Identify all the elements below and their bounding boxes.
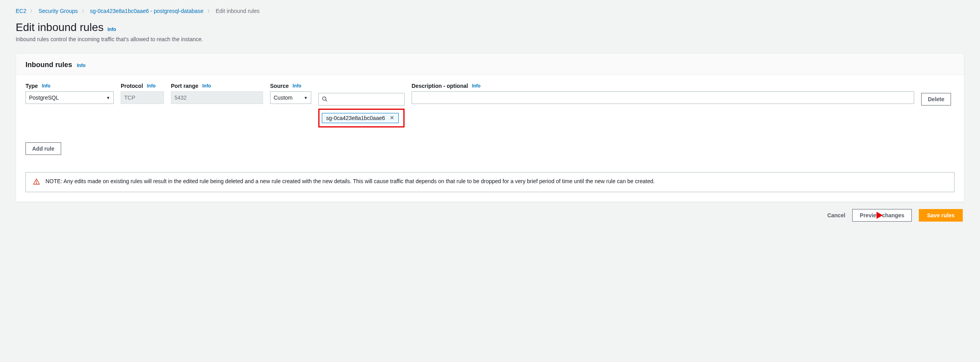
protocol-label: Protocol — [121, 83, 143, 89]
panel-info-link[interactable]: Info — [77, 63, 85, 68]
type-label: Type — [25, 83, 38, 89]
col-description: Description - optional Info — [412, 83, 914, 104]
type-value: PostgreSQL — [29, 95, 59, 101]
source-sg-tag: sg-0ca423e8a1bc0aae6 — [322, 113, 399, 123]
page-title-info-link[interactable]: Info — [107, 27, 116, 32]
chevron-right-icon: 〉 — [82, 8, 86, 14]
note-box: NOTE: Any edits made on existing rules w… — [25, 172, 955, 192]
source-mode-select[interactable]: Custom ▼ — [270, 91, 311, 104]
source-tag-highlight: sg-0ca423e8a1bc0aae6 — [318, 109, 405, 127]
breadcrumb-security-groups[interactable]: Security Groups — [38, 8, 78, 14]
rule-row: Type Info PostgreSQL ▼ Protocol Info TCP — [25, 83, 955, 127]
svg-point-5 — [36, 183, 36, 184]
delete-button[interactable]: Delete — [921, 93, 951, 106]
port-info-link[interactable]: Info — [202, 83, 211, 89]
port-label: Port range — [171, 83, 198, 89]
col-port: Port range Info 5432 — [171, 83, 263, 104]
source-mode-value: Custom — [274, 95, 292, 101]
type-info-link[interactable]: Info — [42, 83, 51, 89]
description-info-link[interactable]: Info — [472, 83, 481, 89]
col-type: Type Info PostgreSQL ▼ — [25, 83, 114, 104]
chevron-right-icon: 〉 — [30, 8, 34, 14]
rules-body: Type Info PostgreSQL ▼ Protocol Info TCP — [16, 75, 964, 163]
warning-icon — [33, 178, 40, 186]
description-input[interactable] — [412, 91, 914, 104]
source-info-link[interactable]: Info — [292, 83, 301, 89]
source-label: Source — [270, 83, 289, 89]
preview-changes-button[interactable]: Preview changes — [852, 209, 912, 222]
panel-header: Inbound rules Info — [16, 54, 964, 75]
page-description: Inbound rules control the incoming traff… — [16, 36, 964, 42]
cancel-button[interactable]: Cancel — [827, 212, 845, 218]
source-search-input[interactable] — [318, 93, 405, 106]
preview-changes-label: Preview changes — [860, 212, 904, 218]
description-field[interactable] — [415, 93, 911, 102]
svg-line-1 — [326, 100, 327, 101]
chevron-right-icon: 〉 — [207, 8, 212, 14]
breadcrumb-ec2[interactable]: EC2 — [16, 8, 26, 14]
breadcrumb-sg-detail[interactable]: sg-0ca423e8a1bc0aae6 - postgresql-databa… — [90, 8, 204, 14]
add-rule-button[interactable]: Add rule — [25, 142, 61, 155]
page-title-row: Edit inbound rules Info — [16, 21, 964, 34]
caret-down-icon: ▼ — [106, 96, 110, 100]
port-input: 5432 — [171, 91, 263, 104]
protocol-input: TCP — [121, 91, 164, 104]
inbound-rules-panel: Inbound rules Info Type Info PostgreSQL … — [16, 53, 964, 202]
page-title: Edit inbound rules — [16, 21, 103, 34]
description-label: Description - optional — [412, 83, 468, 89]
breadcrumb-current: Edit inbound rules — [216, 8, 260, 14]
col-protocol: Protocol Info TCP — [121, 83, 164, 104]
remove-tag-icon[interactable] — [390, 115, 394, 121]
type-select[interactable]: PostgreSQL ▼ — [25, 91, 114, 104]
col-source-search: sg-0ca423e8a1bc0aae6 — [318, 83, 405, 127]
port-value: 5432 — [174, 95, 187, 101]
breadcrumb: EC2 〉 Security Groups 〉 sg-0ca423e8a1bc0… — [16, 8, 964, 14]
protocol-info-link[interactable]: Info — [147, 83, 156, 89]
svg-point-0 — [323, 96, 326, 100]
panel-title: Inbound rules — [25, 61, 72, 69]
footer-actions: Cancel Preview changes Save rules — [16, 202, 964, 229]
protocol-value: TCP — [124, 95, 135, 101]
col-delete: Delete — [921, 83, 955, 106]
note-text: NOTE: Any edits made on existing rules w… — [45, 178, 655, 184]
caret-down-icon: ▼ — [304, 96, 308, 100]
search-icon — [322, 96, 327, 103]
col-source: Source Info Custom ▼ — [270, 83, 311, 104]
save-rules-button[interactable]: Save rules — [919, 209, 963, 222]
source-sg-tag-label: sg-0ca423e8a1bc0aae6 — [326, 115, 385, 121]
